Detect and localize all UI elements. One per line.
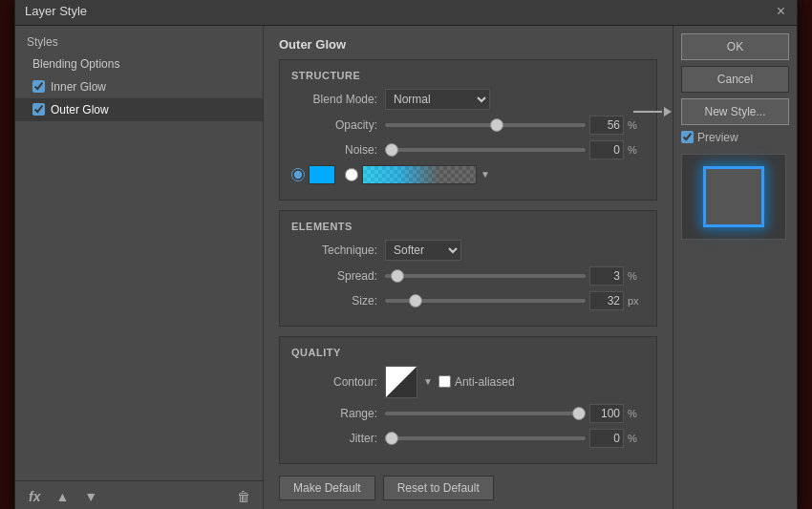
opacity-input[interactable] bbox=[589, 116, 624, 135]
opacity-label: Opacity: bbox=[291, 118, 377, 132]
contour-row: Contour: ▼ Anti-aliased bbox=[291, 366, 645, 398]
quality-label: Quality bbox=[291, 347, 645, 358]
right-panel: OK Cancel New Style... Preview bbox=[673, 26, 797, 510]
size-row: Size: px bbox=[291, 291, 645, 310]
new-style-wrap: New Style... bbox=[681, 98, 789, 125]
range-row: Range: % bbox=[291, 404, 645, 423]
jitter-slider[interactable] bbox=[385, 436, 586, 440]
jitter-input[interactable] bbox=[589, 429, 624, 448]
blend-mode-select[interactable]: Normal Dissolve Multiply Screen bbox=[385, 89, 490, 110]
structure-label: Structure bbox=[291, 70, 645, 81]
outer-glow-label: Outer Glow bbox=[51, 103, 109, 117]
delete-button[interactable]: 🗑 bbox=[233, 487, 254, 506]
sidebar-item-outer-glow[interactable]: Outer Glow bbox=[15, 98, 263, 121]
jitter-label: Jitter: bbox=[291, 432, 377, 445]
dialog-title: Layer Style bbox=[25, 4, 87, 18]
gradient-radio[interactable] bbox=[345, 168, 358, 181]
structure-group: Structure Blend Mode: Normal Dissolve Mu… bbox=[279, 59, 657, 201]
size-unit: px bbox=[628, 295, 645, 307]
range-input[interactable] bbox=[589, 404, 624, 423]
center-panel: Outer Glow Structure Blend Mode: Normal … bbox=[264, 26, 673, 510]
sidebar-item-inner-glow[interactable]: Inner Glow bbox=[15, 75, 263, 98]
contour-preview[interactable] bbox=[385, 366, 417, 398]
size-slider-wrap: px bbox=[385, 291, 645, 310]
size-input[interactable] bbox=[589, 291, 624, 310]
contour-label: Contour: bbox=[291, 375, 377, 389]
inner-glow-checkbox[interactable] bbox=[32, 80, 45, 93]
jitter-row: Jitter: % bbox=[291, 429, 645, 448]
quality-group: Quality Contour: ▼ bbox=[279, 336, 657, 464]
noise-unit: % bbox=[628, 144, 645, 156]
ok-button[interactable]: OK bbox=[681, 33, 789, 60]
gradient-arrow[interactable]: ▼ bbox=[481, 169, 490, 180]
contour-arrow[interactable]: ▼ bbox=[423, 376, 433, 387]
noise-slider[interactable] bbox=[385, 148, 586, 152]
opacity-slider-wrap: % bbox=[385, 116, 645, 135]
anti-aliased-checkbox[interactable] bbox=[438, 375, 451, 388]
cancel-button[interactable]: Cancel bbox=[681, 66, 789, 93]
make-default-button[interactable]: Make Default bbox=[279, 476, 375, 500]
spread-unit: % bbox=[628, 270, 645, 282]
color-swatch[interactable] bbox=[309, 165, 335, 184]
dialog-body: Styles Blending Options Inner Glow Outer… bbox=[15, 26, 797, 510]
range-unit: % bbox=[628, 408, 645, 419]
opacity-row: Opacity: % bbox=[291, 116, 645, 135]
spread-label: Spread: bbox=[291, 269, 377, 283]
outer-glow-title: Outer Glow bbox=[279, 37, 657, 52]
technique-label: Technique: bbox=[291, 244, 377, 257]
fx-button[interactable]: fx bbox=[25, 487, 44, 506]
range-label: Range: bbox=[291, 407, 377, 420]
elements-label: Elements bbox=[291, 221, 645, 232]
gradient-swatch[interactable] bbox=[362, 165, 477, 184]
close-button[interactable]: × bbox=[775, 4, 787, 19]
inner-glow-label: Inner Glow bbox=[51, 80, 106, 94]
preview-checkbox[interactable] bbox=[681, 131, 694, 143]
technique-row: Technique: Softer Precise bbox=[291, 240, 645, 261]
size-slider[interactable] bbox=[385, 299, 586, 303]
anti-aliased-label[interactable]: Anti-aliased bbox=[438, 375, 515, 389]
jitter-unit: % bbox=[628, 433, 645, 444]
noise-input[interactable] bbox=[589, 140, 624, 159]
left-panel: Styles Blending Options Inner Glow Outer… bbox=[15, 26, 264, 510]
reset-default-button[interactable]: Reset to Default bbox=[383, 476, 494, 500]
move-down-button[interactable]: ▼ bbox=[80, 487, 101, 506]
blend-mode-row: Blend Mode: Normal Dissolve Multiply Scr… bbox=[291, 89, 645, 110]
sidebar-item-blending-options[interactable]: Blending Options bbox=[15, 53, 263, 75]
opacity-slider[interactable] bbox=[385, 123, 586, 127]
noise-slider-wrap: % bbox=[385, 140, 645, 159]
range-slider[interactable] bbox=[385, 412, 586, 415]
noise-label: Noise: bbox=[291, 143, 377, 157]
technique-select[interactable]: Softer Precise bbox=[385, 240, 461, 261]
dialog-titlebar: Layer Style × bbox=[15, 0, 797, 26]
spread-row: Spread: % bbox=[291, 266, 645, 286]
new-style-button[interactable]: New Style... bbox=[681, 98, 789, 125]
noise-row: Noise: % bbox=[291, 140, 645, 159]
size-label: Size: bbox=[291, 294, 377, 308]
arrow-indicator bbox=[633, 107, 672, 117]
layer-style-dialog: Layer Style × Styles Blending Options In… bbox=[14, 0, 798, 509]
outer-glow-checkbox[interactable] bbox=[32, 103, 45, 116]
preview-label[interactable]: Preview bbox=[681, 131, 789, 144]
spread-slider[interactable] bbox=[385, 274, 586, 278]
styles-label: Styles bbox=[15, 32, 263, 53]
color-row: ▼ bbox=[291, 165, 645, 184]
spread-slider-wrap: % bbox=[385, 266, 645, 286]
left-panel-bottom: fx ▲ ▼ 🗑 bbox=[15, 480, 264, 510]
preview-rect bbox=[703, 166, 764, 227]
solid-color-radio[interactable] bbox=[291, 168, 305, 181]
opacity-unit: % bbox=[628, 119, 645, 131]
blending-options-label: Blending Options bbox=[32, 57, 119, 71]
jitter-slider-wrap: % bbox=[385, 429, 645, 448]
blend-mode-label: Blend Mode: bbox=[291, 93, 377, 106]
spread-input[interactable] bbox=[589, 266, 624, 286]
elements-group: Elements Technique: Softer Precise Sprea… bbox=[279, 210, 657, 327]
bottom-buttons: Make Default Reset to Default bbox=[279, 476, 657, 500]
move-up-button[interactable]: ▲ bbox=[52, 487, 73, 506]
range-slider-wrap: % bbox=[385, 404, 645, 423]
preview-box bbox=[681, 154, 786, 240]
